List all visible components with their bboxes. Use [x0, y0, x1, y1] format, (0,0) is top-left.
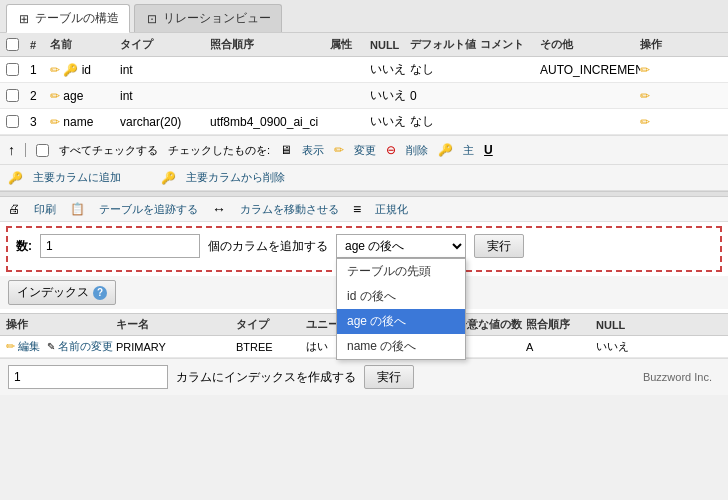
add-col-label-suffix: 個のカラムを追加する [208, 238, 328, 255]
idx-row-collation: A [526, 341, 596, 353]
pencil-icon: ✏ [334, 143, 344, 157]
checked-action-label: チェックしたものを: [168, 143, 270, 158]
idx-row-null: いいえ [596, 339, 636, 354]
footer-brand: Buzzword Inc. [635, 369, 720, 385]
idx-rename-link[interactable]: 名前の変更 [58, 340, 113, 352]
tab-structure-label: テーブルの構造 [35, 10, 119, 27]
add-col-select[interactable]: テーブルの先頭 id の後へ age の後へ name の後へ [336, 234, 466, 258]
structure-icon: ⊞ [17, 12, 31, 26]
add-col-exec-button[interactable]: 実行 [474, 234, 524, 258]
add-index-input[interactable] [8, 365, 168, 389]
dropdown-item-after-name[interactable]: name の後へ [337, 334, 465, 359]
delete-button[interactable]: 削除 [406, 143, 428, 158]
row3-num: 3 [30, 115, 50, 129]
row2-op-pencil-icon[interactable]: ✏ [640, 89, 650, 103]
row2-edit-icon[interactable]: ✏ [50, 89, 60, 103]
index-button[interactable]: インデックス ? [8, 280, 116, 305]
add-index-label: カラムにインデックスを作成する [176, 369, 356, 386]
col-header-op: 操作 [640, 37, 670, 52]
row2-name: ✏ age [50, 89, 120, 103]
col-header-attr: 属性 [330, 37, 370, 52]
change-button[interactable]: 変更 [354, 143, 376, 158]
index-button-label: インデックス [17, 284, 89, 301]
idx-edit-link[interactable]: 編集 [18, 340, 40, 352]
idx-edit-icon: ✏ [6, 340, 15, 352]
column-header-row: # 名前 タイプ 照合順序 属性 NULL デフォルト値 コメント その他 操作 [0, 33, 728, 57]
add-primary-icon: 🔑 [8, 171, 23, 185]
col-header-comment: コメント [480, 37, 540, 52]
row1-op-pencil-icon[interactable]: ✏ [640, 63, 650, 77]
add-primary-button[interactable]: 主要カラムに追加 [33, 170, 121, 185]
move-col-link[interactable]: カラムを移動させる [240, 202, 339, 217]
track-icon: 📋 [70, 202, 85, 216]
show-button[interactable]: 表示 [302, 143, 324, 158]
idx-row-key: PRIMARY [116, 341, 236, 353]
select-all-checkbox[interactable] [6, 38, 19, 51]
col-header-num: # [30, 39, 50, 51]
row2-default: 0 [410, 89, 480, 103]
row2-op-icons: ✏ [640, 89, 670, 103]
action-row: 🔑 主要カラムに追加 🔑 主要カラムから削除 [0, 165, 728, 191]
row3-op-pencil-icon[interactable]: ✏ [640, 115, 650, 129]
col-header-name: 名前 [50, 37, 120, 52]
u-separator: U [484, 143, 493, 157]
add-index-exec-button[interactable]: 実行 [364, 365, 414, 389]
dropdown-menu: テーブルの先頭 id の後へ age の後へ name の後へ [336, 258, 466, 360]
row1-name: ✏ 🔑 id [50, 63, 120, 77]
add-col-label-prefix: 数: [16, 238, 32, 255]
row2-num: 2 [30, 89, 50, 103]
table-row: 2 ✏ age int いいえ 0 ✏ [0, 83, 728, 109]
row3-name: ✏ name [50, 115, 120, 129]
idx-row-op: ✏ 編集 ✎ 名前の変更 ⊖ 削除 [6, 339, 116, 354]
idx-row-type: BTREE [236, 341, 306, 353]
row1-edit-icon[interactable]: ✏ [50, 63, 60, 77]
remove-primary-icon: 🔑 [161, 171, 176, 185]
row2-checkbox[interactable] [6, 89, 19, 102]
row1-checkbox[interactable] [6, 63, 19, 76]
table-row: 3 ✏ name varchar(20) utf8mb4_0900_ai_ci … [0, 109, 728, 135]
idx-rename-icon: ✎ [47, 341, 55, 352]
row1-default: なし [410, 61, 480, 78]
key-icon: 🔑 [438, 143, 453, 157]
remove-primary-button[interactable]: 主要カラムから削除 [186, 170, 285, 185]
tab-structure[interactable]: ⊞ テーブルの構造 [6, 4, 130, 33]
row1-key-icon: 🔑 [63, 63, 78, 77]
row1-other: AUTO_INCREMENT [540, 63, 640, 77]
row1-null: いいえ [370, 61, 410, 78]
row1-op-icons: ✏ [640, 63, 670, 77]
track-link[interactable]: テーブルを追跡する [99, 202, 198, 217]
col-header-type: タイプ [120, 37, 210, 52]
check-all-label: すべてチェックする [59, 143, 158, 158]
row3-op-icons: ✏ [640, 115, 670, 129]
row3-edit-icon[interactable]: ✏ [50, 115, 60, 129]
tab-relation[interactable]: ⊡ リレーションビュー [134, 4, 282, 32]
bottom-toolbar: ↑ すべてチェックする チェックしたものを: 🖥 表示 ✏ 変更 ⊖ 削除 🔑 … [0, 135, 728, 165]
key-button[interactable]: 主 [463, 143, 474, 158]
check-all-bottom-checkbox[interactable] [36, 144, 49, 157]
tab-bar: ⊞ テーブルの構造 ⊡ リレーションビュー [0, 0, 728, 33]
tab-relation-label: リレーションビュー [163, 10, 271, 27]
idx-header-null: NULL [596, 319, 636, 331]
col-header-default: デフォルト値 [410, 37, 480, 52]
normalize-link[interactable]: 正規化 [375, 202, 408, 217]
col-header-other: その他 [540, 37, 640, 52]
print-link[interactable]: 印刷 [34, 202, 56, 217]
row3-checkbox[interactable] [6, 115, 19, 128]
add-col-row: 数: 個のカラムを追加する テーブルの先頭 id の後へ age の後へ nam… [16, 234, 712, 258]
idx-header-collation: 照合順序 [526, 317, 596, 332]
idx-header-key: キー名 [116, 317, 236, 332]
add-col-input[interactable] [40, 234, 200, 258]
idx-header-op: 操作 [6, 317, 116, 332]
table-row: 1 ✏ 🔑 id int いいえ なし AUTO_INCREMENT ✏ [0, 57, 728, 83]
help-icon[interactable]: ? [93, 286, 107, 300]
show-icon: 🖥 [280, 143, 292, 157]
col-header-collation: 照合順序 [210, 37, 330, 52]
row1-num: 1 [30, 63, 50, 77]
row2-type: int [120, 89, 210, 103]
dropdown-item-after-id[interactable]: id の後へ [337, 284, 465, 309]
row2-null: いいえ [370, 87, 410, 104]
dropdown-item-after-age[interactable]: age の後へ [337, 309, 465, 334]
dropdown-container: テーブルの先頭 id の後へ age の後へ name の後へ テーブルの先頭 … [336, 234, 466, 258]
dropdown-item-table-head[interactable]: テーブルの先頭 [337, 259, 465, 284]
col-header-null: NULL [370, 39, 410, 51]
